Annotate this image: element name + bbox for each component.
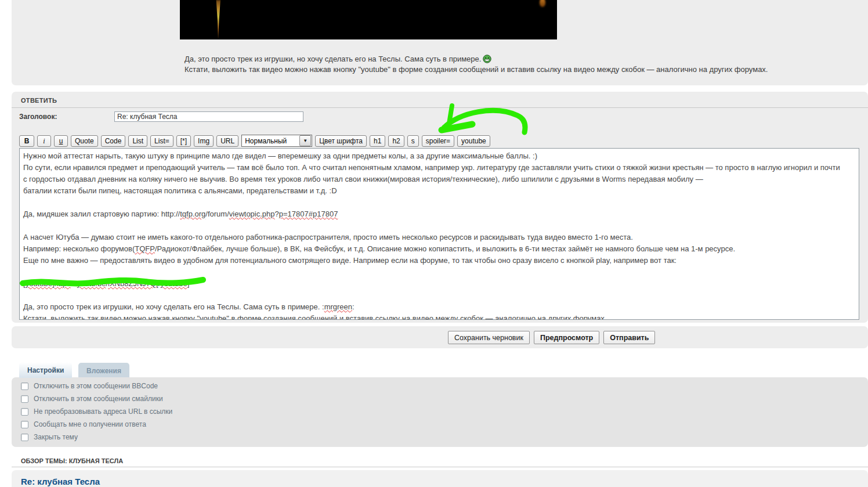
green-arrow-annotation <box>426 103 531 138</box>
option-row-lock-topic: Закрыть тему <box>21 433 78 441</box>
font-size-select[interactable]: Нормальный▼ <box>241 135 312 147</box>
bbcode-button-underline[interactable]: u <box>54 135 68 147</box>
message-textarea[interactable]: Нужно мой аттестат нарыть, такую штуку в… <box>19 148 859 320</box>
chevron-down-icon[interactable]: ▼ <box>299 135 311 146</box>
checkbox-lock-topic[interactable] <box>21 434 28 441</box>
bbcode-button-spoiler[interactable]: spoiler= <box>422 135 454 147</box>
bbcode-button-list[interactable]: List <box>128 135 147 147</box>
checkbox-label-notify-reply[interactable]: Сообщать мне о получении ответа <box>34 420 146 428</box>
checkbox-label-disable-magic-url[interactable]: Не преобразовывать адреса URL в ссылки <box>34 407 172 416</box>
post-preview-panel: Да, это просто трек из игрушки, но хочу … <box>12 0 868 85</box>
message-line: По сути, если нравился предмет и препода… <box>23 162 855 174</box>
checkbox-disable-bbcode[interactable] <box>21 383 28 390</box>
subject-label: Заголовок: <box>19 113 57 121</box>
forum-reply-page: Да, это просто трек из игрушки, но хочу … <box>0 0 868 487</box>
preview-text-line: Да, это просто трек из игрушки, но хочу … <box>185 54 491 64</box>
checkbox-notify-reply[interactable] <box>21 421 28 428</box>
font-size-selected-value: Нормальный <box>242 137 299 145</box>
subject-input[interactable] <box>114 111 303 122</box>
message-line: баталии кстати были пипец, настоящая пол… <box>23 185 855 197</box>
bbcode-button-h1[interactable]: h1 <box>370 135 385 147</box>
checkbox-label-disable-bbcode[interactable]: Отключить в этом сообщении BBCode <box>34 382 158 390</box>
message-line <box>23 197 855 208</box>
checkbox-disable-magic-url[interactable] <box>21 408 28 416</box>
reply-form-panel: ОТВЕТИТЬ Заголовок: BiuQuoteCodeListList… <box>12 92 868 323</box>
checkbox-disable-smilies[interactable] <box>21 395 28 403</box>
bbcode-button-h2[interactable]: h2 <box>388 135 404 147</box>
bbcode-button-font-color[interactable]: Цвет шрифта <box>315 135 367 147</box>
preview-text-line: Кстати, выложить так видео можно нажав к… <box>185 64 768 75</box>
message-line <box>23 220 855 232</box>
mrgreen-smiley-icon <box>483 55 491 63</box>
message-line: Кстати, выложить так видео можно нажав к… <box>23 313 855 320</box>
bbcode-button-youtube[interactable]: youtube <box>457 135 490 147</box>
bbcode-button-list-eq[interactable]: List= <box>150 135 173 147</box>
message-line: Да, это просто трек из игрушки, но хочу … <box>23 301 855 313</box>
preview-button[interactable]: Предпросмотр <box>534 331 599 344</box>
message-line: А насчет Ютуба — думаю стоит не иметь ка… <box>23 232 855 243</box>
message-line: с гордостью отдавал дневник на коляку ни… <box>23 174 855 185</box>
checkbox-label-lock-topic[interactable]: Закрыть тему <box>34 433 78 441</box>
topic-review-post-title[interactable]: Re: клубная Тесла <box>21 477 100 486</box>
bbcode-button-list-item[interactable]: [*] <box>176 135 191 147</box>
option-row-disable-magic-url: Не преобразовывать адреса URL в ссылки <box>21 407 172 416</box>
tesla-spark-small-image <box>540 0 545 7</box>
bbcode-button-url[interactable]: URL <box>216 135 238 147</box>
message-line <box>23 266 855 278</box>
bbcode-button-bold[interactable]: B <box>19 135 34 147</box>
bbcode-button-italic[interactable]: i <box>37 135 51 147</box>
actions-row: Сохранить черновик Предпросмотр Отправит… <box>448 331 655 344</box>
tesla-spark-image <box>210 0 226 39</box>
youtube-video-embed[interactable] <box>180 0 557 39</box>
submit-button[interactable]: Отправить <box>603 331 655 344</box>
checkbox-label-disable-smilies[interactable]: Отключить в этом сообщении смайлики <box>34 395 163 403</box>
message-line <box>23 290 855 301</box>
option-row-disable-smilies: Отключить в этом сообщении смайлики <box>21 395 163 403</box>
section-divider <box>12 107 868 108</box>
message-line: Да, мидяшек залил стартовую партию: http… <box>23 208 855 220</box>
message-line: Еще по мне важно — предоставлять видео в… <box>23 255 855 266</box>
reply-section-title: ОТВЕТИТЬ <box>21 97 57 104</box>
message-line: Нужно мой аттестат нарыть, такую штуку в… <box>23 150 855 162</box>
topic-review-panel: Re: клубная Тесла <box>12 470 868 487</box>
bbcode-button-code[interactable]: Code <box>101 135 126 147</box>
tab-settings[interactable]: Настройки <box>19 362 72 378</box>
preview-text: Да, это просто трек из игрушки, но хочу … <box>185 55 481 63</box>
bbcode-toolbar: BiuQuoteCodeListList=[*]ImgURLНормальный… <box>19 135 490 147</box>
bbcode-button-img[interactable]: Img <box>194 135 214 147</box>
option-row-disable-bbcode: Отключить в этом сообщении BBCode <box>21 382 158 390</box>
topic-review-title: ОБЗОР ТЕМЫ: КЛУБНАЯ ТЕСЛА <box>21 457 123 464</box>
actions-panel: Сохранить черновик Предпросмотр Отправит… <box>12 326 868 348</box>
posting-options-panel: Отключить в этом сообщении BBCodeОтключи… <box>12 377 868 447</box>
save-draft-button[interactable]: Сохранить черновик <box>448 331 530 344</box>
bbcode-button-quote[interactable]: Quote <box>71 135 98 147</box>
tab-attachments[interactable]: Вложения <box>78 363 129 378</box>
section-divider <box>12 467 868 467</box>
option-row-notify-reply: Сообщать мне о получении ответа <box>21 420 146 428</box>
message-line: Например: несколько форумов(TQFP/Радиоко… <box>23 243 855 255</box>
message-line: [youtube]https://youtu.be/lXNb8ZJNJ7Q[/y… <box>23 278 855 290</box>
bbcode-button-strike[interactable]: s <box>407 135 419 147</box>
